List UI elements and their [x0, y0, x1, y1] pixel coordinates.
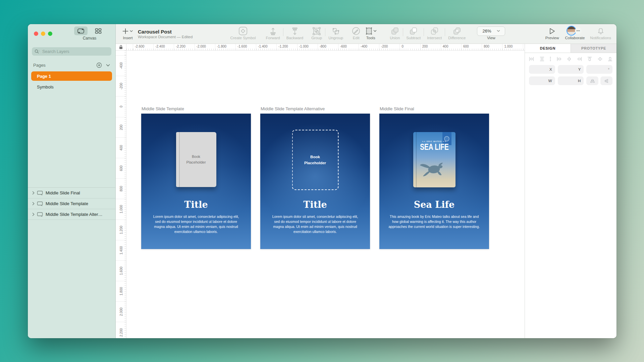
canvas-content[interactable]: Middle Slide Template Book Placeholder T… — [126, 51, 525, 338]
page-row[interactable]: Page 1 — [31, 71, 112, 81]
align-bottom-icon[interactable] — [608, 57, 612, 61]
slide-title[interactable]: Sea Life — [379, 199, 489, 210]
collaborate-avatar[interactable] — [567, 26, 576, 35]
distribute-vertically-icon[interactable] — [540, 57, 544, 61]
slide-title[interactable]: Title — [260, 199, 370, 210]
ruler-top-label: -2.000 — [195, 44, 215, 50]
ruler-left-cell: 600 — [116, 158, 126, 179]
align-left-icon[interactable] — [557, 57, 561, 61]
collaborate-button[interactable]: ••• Collaborate — [565, 24, 585, 44]
notifications-label: Notifications — [590, 36, 611, 40]
canvas[interactable]: -2.600-2.400-2.200-2.000-1.800-1.600-1.4… — [116, 44, 525, 338]
width-field[interactable]: W — [529, 76, 555, 85]
toolbar: Insert Carousel Post Workspace Document … — [116, 24, 616, 44]
group-button[interactable]: Group — [311, 24, 322, 44]
artboard-icon — [37, 212, 43, 217]
artboard-icon — [37, 190, 43, 196]
ruler-top-label: 1.200 — [523, 44, 525, 50]
artboard-middle-slide-final[interactable]: ERIC MATEO SEA LIFE — [379, 114, 489, 249]
difference-button[interactable]: Difference — [448, 24, 466, 44]
ruler-left-label: 800 — [119, 186, 123, 192]
canvas-view-button[interactable] — [74, 26, 88, 35]
height-field[interactable]: H — [558, 76, 584, 85]
zoom-window-button[interactable] — [48, 32, 52, 36]
artboard-icon — [37, 201, 43, 206]
close-button[interactable] — [34, 32, 38, 36]
intersect-label: Intersect — [427, 36, 442, 40]
chevron-right-icon[interactable] — [32, 191, 35, 195]
ruler-left-cell: 800 — [116, 179, 126, 199]
search-input[interactable] — [42, 49, 109, 54]
ruler-top-label: 600 — [462, 44, 482, 50]
view-label: View — [487, 36, 495, 40]
slide-body-text[interactable]: Lorem ipsum dolor sit amet, consectetur … — [269, 214, 361, 234]
slide-body-text[interactable]: This amazing book by Eric Mateo talks ab… — [388, 214, 480, 229]
tab-prototype[interactable]: PROTOTYPE — [571, 44, 616, 53]
book-placeholder-solid[interactable]: Book Placeholder — [176, 132, 216, 187]
ruler-segment — [126, 44, 133, 50]
layer-row[interactable]: Middle Slide Final — [28, 188, 115, 198]
pages-header-label: Pages — [33, 63, 46, 68]
zoom-value: 26% — [482, 28, 491, 34]
y-position-field[interactable]: Y — [558, 65, 584, 74]
ruler-segment — [116, 51, 126, 56]
align-top-icon[interactable] — [587, 57, 592, 61]
document-subtitle[interactable]: Workspace Document — Edited — [138, 35, 193, 39]
ungroup-label: Ungroup — [328, 36, 343, 40]
add-page-icon[interactable] — [96, 62, 102, 68]
edit-button[interactable]: Edit — [352, 24, 360, 44]
distribute-horizontally-icon[interactable] — [529, 57, 534, 61]
x-position-field[interactable]: X — [529, 65, 555, 74]
artboard-title[interactable]: Middle Slide Template Alternative — [260, 106, 370, 111]
layer-row-label: Middle Slide Template Alter… — [46, 212, 103, 217]
insert-button[interactable]: Insert — [122, 24, 133, 44]
zoom-control[interactable]: 26% View — [477, 24, 505, 44]
ruler-left-cell: 400 — [116, 138, 126, 158]
minimize-button[interactable] — [41, 32, 45, 36]
tools-button[interactable]: Tools — [365, 24, 376, 44]
layer-row[interactable]: Middle Slide Template — [28, 198, 115, 209]
rotation-field[interactable]: ° — [586, 65, 612, 74]
intersect-button[interactable]: Intersect — [427, 24, 442, 44]
artboard-title[interactable]: Middle Slide Final — [379, 106, 489, 111]
document-title: Carousel Post — [138, 29, 193, 35]
artboard-title[interactable]: Middle Slide Template — [141, 106, 251, 111]
traffic-lights — [34, 32, 52, 36]
more-options-icon[interactable] — [550, 57, 551, 61]
align-vertical-middle-icon[interactable] — [598, 57, 602, 61]
ruler-left-cell: 2.200 — [116, 322, 126, 338]
book-placeholder-dashed[interactable]: Book Placeholder — [292, 130, 338, 190]
ungroup-button[interactable]: Ungroup — [328, 24, 343, 44]
components-view-button[interactable] — [92, 26, 105, 35]
chevron-right-icon[interactable] — [32, 202, 35, 205]
page-row[interactable]: Symbols — [31, 82, 112, 92]
ruler-top-label: -600 — [338, 44, 359, 50]
tab-design[interactable]: DESIGN — [525, 44, 571, 53]
union-button[interactable]: Union — [390, 24, 400, 44]
collapse-pages-icon[interactable] — [106, 64, 110, 67]
align-horizontal-center-icon[interactable] — [567, 57, 572, 61]
chevron-right-icon[interactable] — [32, 213, 35, 216]
ruler-top-label: 0 — [400, 44, 420, 50]
search-layers-field[interactable] — [32, 47, 111, 56]
slide-title[interactable]: Title — [141, 199, 251, 210]
backward-button[interactable]: Backward — [286, 24, 304, 44]
ruler-left-cell: 0 — [116, 97, 126, 117]
forward-button[interactable]: Forward — [266, 24, 280, 44]
layer-row[interactable]: Middle Slide Template Alter… — [28, 209, 115, 220]
preview-button[interactable]: Preview — [545, 24, 559, 44]
ruler-top-label: 200 — [421, 44, 441, 50]
flip-horizontal-button[interactable] — [586, 76, 598, 85]
create-symbol-button[interactable]: Create Symbol — [230, 24, 256, 44]
sea-life-book-cover[interactable]: ERIC MATEO SEA LIFE — [413, 132, 455, 187]
slide-body-text[interactable]: Lorem ipsum dolor sit amet, consectetur … — [150, 214, 242, 234]
collaborate-more-button[interactable]: ••• — [575, 27, 582, 34]
subtract-button[interactable]: Subtract — [406, 24, 421, 44]
ruler-top-label: -1.600 — [236, 44, 256, 50]
align-right-icon[interactable] — [577, 57, 582, 61]
ruler-lock-button[interactable] — [116, 44, 126, 50]
flip-vertical-button[interactable] — [600, 76, 612, 85]
artboard-middle-slide-template[interactable]: Book Placeholder Title Lorem ipsum dolor… — [141, 114, 251, 249]
notifications-button[interactable]: Notifications — [590, 24, 611, 44]
artboard-middle-slide-template-alternative[interactable]: Book Placeholder Title Lorem ipsum dolor… — [260, 114, 370, 249]
